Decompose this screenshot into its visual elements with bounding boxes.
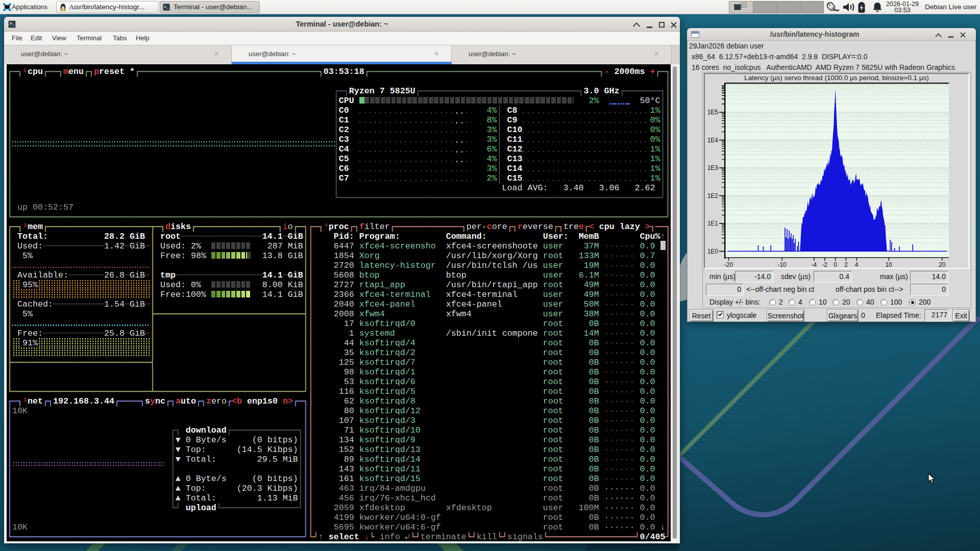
svg-text:1E1: 1E1 [707, 220, 719, 227]
svg-text:1E0: 1E0 [707, 248, 719, 255]
svg-text:-20: -20 [724, 261, 733, 268]
svg-text:1E2: 1E2 [707, 192, 719, 199]
svg-text:2: 2 [844, 261, 848, 268]
svg-text:10: 10 [885, 261, 892, 268]
svg-text:20: 20 [939, 261, 946, 268]
svg-text:1E3: 1E3 [707, 164, 719, 171]
svg-text:-2: -2 [822, 261, 827, 268]
svg-text:1E5: 1E5 [707, 109, 719, 116]
svg-text:4: 4 [855, 261, 859, 268]
svg-text:1E4: 1E4 [707, 137, 719, 144]
svg-text:-10: -10 [777, 261, 787, 268]
svg-text:0: 0 [834, 261, 837, 268]
svg-text:-4: -4 [811, 261, 817, 268]
